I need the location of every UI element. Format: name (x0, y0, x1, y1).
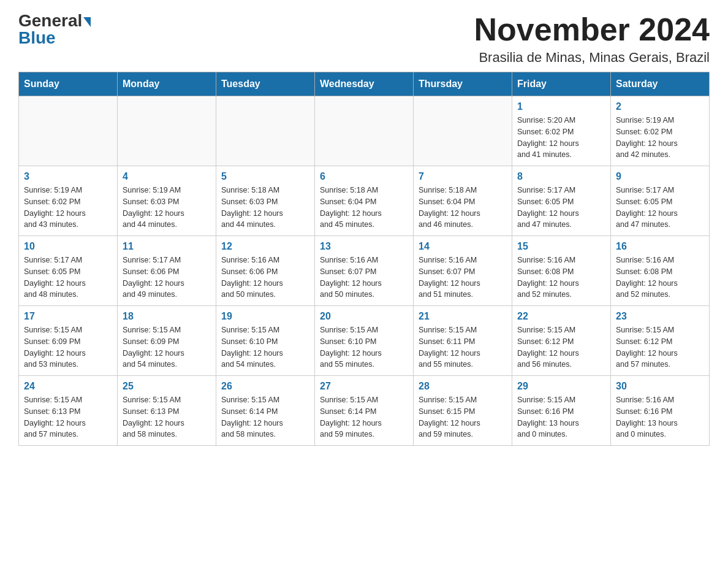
day-number: 17 (24, 311, 112, 322)
day-number: 1 (517, 101, 605, 112)
logo: General Blue (18, 12, 91, 47)
calendar-cell: 30Sunrise: 5:16 AM Sunset: 6:16 PM Dayli… (611, 376, 710, 446)
day-number: 25 (123, 381, 211, 392)
day-info: Sunrise: 5:15 AM Sunset: 6:14 PM Dayligh… (221, 394, 309, 440)
column-header-sunday: Sunday (19, 72, 118, 96)
day-info: Sunrise: 5:19 AM Sunset: 6:02 PM Dayligh… (24, 185, 112, 231)
day-info: Sunrise: 5:19 AM Sunset: 6:02 PM Dayligh… (616, 115, 704, 161)
day-info: Sunrise: 5:18 AM Sunset: 6:03 PM Dayligh… (221, 185, 309, 231)
calendar-cell: 2Sunrise: 5:19 AM Sunset: 6:02 PM Daylig… (611, 96, 710, 166)
calendar-cell: 9Sunrise: 5:17 AM Sunset: 6:05 PM Daylig… (611, 166, 710, 236)
day-number: 26 (221, 381, 309, 392)
calendar-cell (216, 96, 315, 166)
calendar-cell: 7Sunrise: 5:18 AM Sunset: 6:04 PM Daylig… (414, 166, 512, 236)
calendar-cell: 12Sunrise: 5:16 AM Sunset: 6:06 PM Dayli… (216, 236, 315, 306)
day-info: Sunrise: 5:17 AM Sunset: 6:05 PM Dayligh… (616, 185, 704, 231)
page-header: General Blue November 2024 Brasilia de M… (18, 12, 710, 66)
day-number: 6 (320, 171, 408, 182)
week-row-4: 17Sunrise: 5:15 AM Sunset: 6:09 PM Dayli… (19, 306, 710, 376)
column-header-wednesday: Wednesday (315, 72, 414, 96)
day-info: Sunrise: 5:16 AM Sunset: 6:06 PM Dayligh… (221, 255, 309, 301)
day-number: 24 (24, 381, 112, 392)
calendar-cell: 21Sunrise: 5:15 AM Sunset: 6:11 PM Dayli… (414, 306, 512, 376)
calendar-cell: 18Sunrise: 5:15 AM Sunset: 6:09 PM Dayli… (118, 306, 216, 376)
day-info: Sunrise: 5:15 AM Sunset: 6:10 PM Dayligh… (221, 324, 309, 370)
day-number: 18 (123, 311, 211, 322)
day-info: Sunrise: 5:19 AM Sunset: 6:03 PM Dayligh… (123, 185, 211, 231)
day-number: 13 (320, 241, 408, 252)
logo-blue-text: Blue (18, 29, 56, 47)
day-number: 3 (24, 171, 112, 182)
calendar-cell: 6Sunrise: 5:18 AM Sunset: 6:04 PM Daylig… (315, 166, 414, 236)
calendar-cell: 28Sunrise: 5:15 AM Sunset: 6:15 PM Dayli… (414, 376, 512, 446)
day-number: 19 (221, 311, 309, 322)
calendar-cell: 29Sunrise: 5:15 AM Sunset: 6:16 PM Dayli… (512, 376, 611, 446)
day-number: 11 (123, 241, 211, 252)
day-number: 23 (616, 311, 704, 322)
day-number: 27 (320, 381, 408, 392)
day-number: 5 (221, 171, 309, 182)
day-info: Sunrise: 5:15 AM Sunset: 6:14 PM Dayligh… (320, 394, 408, 440)
calendar-table: SundayMondayTuesdayWednesdayThursdayFrid… (18, 72, 710, 446)
day-number: 21 (419, 311, 507, 322)
calendar-cell (414, 96, 512, 166)
day-info: Sunrise: 5:15 AM Sunset: 6:09 PM Dayligh… (24, 324, 112, 370)
day-info: Sunrise: 5:18 AM Sunset: 6:04 PM Dayligh… (419, 185, 507, 231)
calendar-cell: 4Sunrise: 5:19 AM Sunset: 6:03 PM Daylig… (118, 166, 216, 236)
week-row-2: 3Sunrise: 5:19 AM Sunset: 6:02 PM Daylig… (19, 166, 710, 236)
week-row-1: 1Sunrise: 5:20 AM Sunset: 6:02 PM Daylig… (19, 96, 710, 166)
day-info: Sunrise: 5:15 AM Sunset: 6:10 PM Dayligh… (320, 324, 408, 370)
day-number: 29 (517, 381, 605, 392)
calendar-cell: 23Sunrise: 5:15 AM Sunset: 6:12 PM Dayli… (611, 306, 710, 376)
column-header-friday: Friday (512, 72, 611, 96)
day-number: 30 (616, 381, 704, 392)
day-number: 8 (517, 171, 605, 182)
day-info: Sunrise: 5:17 AM Sunset: 6:06 PM Dayligh… (123, 255, 211, 301)
day-info: Sunrise: 5:16 AM Sunset: 6:08 PM Dayligh… (616, 255, 704, 301)
calendar-cell: 11Sunrise: 5:17 AM Sunset: 6:06 PM Dayli… (118, 236, 216, 306)
day-info: Sunrise: 5:15 AM Sunset: 6:13 PM Dayligh… (123, 394, 211, 440)
week-row-3: 10Sunrise: 5:17 AM Sunset: 6:05 PM Dayli… (19, 236, 710, 306)
calendar-cell: 24Sunrise: 5:15 AM Sunset: 6:13 PM Dayli… (19, 376, 118, 446)
day-number: 12 (221, 241, 309, 252)
day-info: Sunrise: 5:16 AM Sunset: 6:16 PM Dayligh… (616, 394, 704, 440)
day-info: Sunrise: 5:15 AM Sunset: 6:13 PM Dayligh… (24, 394, 112, 440)
day-info: Sunrise: 5:17 AM Sunset: 6:05 PM Dayligh… (24, 255, 112, 301)
day-number: 22 (517, 311, 605, 322)
day-info: Sunrise: 5:16 AM Sunset: 6:07 PM Dayligh… (320, 255, 408, 301)
title-block: November 2024 Brasilia de Minas, Minas G… (474, 12, 710, 66)
calendar-cell: 1Sunrise: 5:20 AM Sunset: 6:02 PM Daylig… (512, 96, 611, 166)
calendar-cell: 13Sunrise: 5:16 AM Sunset: 6:07 PM Dayli… (315, 236, 414, 306)
day-number: 2 (616, 101, 704, 112)
day-info: Sunrise: 5:18 AM Sunset: 6:04 PM Dayligh… (320, 185, 408, 231)
day-number: 4 (123, 171, 211, 182)
calendar-cell: 20Sunrise: 5:15 AM Sunset: 6:10 PM Dayli… (315, 306, 414, 376)
calendar-cell: 17Sunrise: 5:15 AM Sunset: 6:09 PM Dayli… (19, 306, 118, 376)
calendar-cell: 14Sunrise: 5:16 AM Sunset: 6:07 PM Dayli… (414, 236, 512, 306)
day-info: Sunrise: 5:15 AM Sunset: 6:16 PM Dayligh… (517, 394, 605, 440)
day-info: Sunrise: 5:15 AM Sunset: 6:11 PM Dayligh… (419, 324, 507, 370)
column-header-thursday: Thursday (414, 72, 512, 96)
calendar-cell: 5Sunrise: 5:18 AM Sunset: 6:03 PM Daylig… (216, 166, 315, 236)
column-header-monday: Monday (118, 72, 216, 96)
day-number: 9 (616, 171, 704, 182)
calendar-cell: 16Sunrise: 5:16 AM Sunset: 6:08 PM Dayli… (611, 236, 710, 306)
day-info: Sunrise: 5:15 AM Sunset: 6:15 PM Dayligh… (419, 394, 507, 440)
day-number: 28 (419, 381, 507, 392)
day-info: Sunrise: 5:17 AM Sunset: 6:05 PM Dayligh… (517, 185, 605, 231)
day-info: Sunrise: 5:15 AM Sunset: 6:09 PM Dayligh… (123, 324, 211, 370)
day-number: 16 (616, 241, 704, 252)
day-info: Sunrise: 5:15 AM Sunset: 6:12 PM Dayligh… (616, 324, 704, 370)
day-number: 10 (24, 241, 112, 252)
calendar-cell: 19Sunrise: 5:15 AM Sunset: 6:10 PM Dayli… (216, 306, 315, 376)
calendar-cell: 26Sunrise: 5:15 AM Sunset: 6:14 PM Dayli… (216, 376, 315, 446)
calendar-cell: 3Sunrise: 5:19 AM Sunset: 6:02 PM Daylig… (19, 166, 118, 236)
calendar-cell: 22Sunrise: 5:15 AM Sunset: 6:12 PM Dayli… (512, 306, 611, 376)
day-info: Sunrise: 5:15 AM Sunset: 6:12 PM Dayligh… (517, 324, 605, 370)
month-title: November 2024 (474, 12, 710, 47)
day-number: 14 (419, 241, 507, 252)
calendar-cell (315, 96, 414, 166)
column-header-tuesday: Tuesday (216, 72, 315, 96)
day-number: 7 (419, 171, 507, 182)
calendar-cell: 8Sunrise: 5:17 AM Sunset: 6:05 PM Daylig… (512, 166, 611, 236)
